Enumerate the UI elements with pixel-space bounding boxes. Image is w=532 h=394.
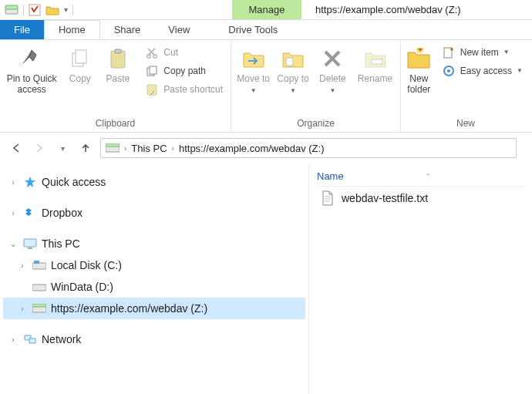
svg-point-7: [147, 55, 151, 59]
ribbon-group-clipboard: Pin to Quick access Copy Paste: [0, 40, 231, 132]
move-to-icon: [241, 46, 266, 71]
nav-recent-button[interactable]: ▾: [54, 140, 71, 157]
main-area: › Quick access › Dropbox ⌄ This PC › Loc…: [0, 163, 532, 394]
copy-to-label: Copy to: [277, 73, 308, 84]
title-bar: ▾ Manage https://example.com/webdav (Z:): [0, 0, 532, 20]
chevron-right-icon[interactable]: ›: [172, 144, 174, 153]
chevron-down-icon: ▼: [290, 87, 296, 94]
navigation-pane: › Quick access › Dropbox ⌄ This PC › Loc…: [0, 163, 308, 394]
twisty-empty: [17, 281, 28, 292]
tree-label: Dropbox: [42, 207, 82, 219]
tab-home[interactable]: Home: [44, 20, 100, 39]
chevron-down-icon[interactable]: ⌄: [8, 238, 19, 249]
pin-to-quick-access-button[interactable]: Pin to Quick access: [5, 43, 59, 97]
easy-access-button[interactable]: Easy access ▼: [439, 63, 526, 79]
tree-webdav-drive[interactable]: › https://example.com/webdav (Z:): [3, 298, 305, 319]
network-drive-icon: [32, 301, 46, 315]
chevron-right-icon[interactable]: ›: [124, 144, 126, 153]
group-label-new: New: [406, 116, 526, 132]
svg-rect-23: [34, 261, 39, 264]
tree-network[interactable]: › Network: [3, 328, 305, 350]
chevron-right-icon[interactable]: ›: [8, 207, 19, 218]
contextual-tab-manage[interactable]: Manage: [232, 0, 301, 19]
svg-rect-10: [150, 66, 157, 74]
new-folder-label: New folder: [406, 74, 433, 96]
crumb-this-pc[interactable]: This PC: [131, 143, 167, 154]
tab-drive-tools[interactable]: Drive Tools: [214, 20, 291, 39]
drive-icon: [5, 5, 19, 15]
network-icon: [23, 332, 37, 346]
tree-quick-access[interactable]: › Quick access: [3, 171, 305, 193]
chevron-down-icon: ▼: [251, 87, 257, 94]
tree-this-pc[interactable]: ⌄ This PC: [3, 233, 305, 254]
quick-access-toolbar: ▾: [0, 0, 78, 19]
new-folder-icon: [406, 46, 431, 71]
nav-back-button[interactable]: [8, 140, 25, 157]
qat-dropdown-icon[interactable]: ▾: [64, 5, 68, 14]
pc-icon: [23, 237, 37, 251]
nav-up-button[interactable]: [77, 140, 94, 157]
paste-label: Paste: [106, 74, 130, 85]
tab-file[interactable]: File: [0, 20, 44, 39]
sort-indicator-icon: ˆ: [427, 173, 429, 180]
new-item-icon: [442, 45, 456, 59]
qat-folder-icon[interactable]: [45, 5, 59, 15]
tree-local-disk[interactable]: › Local Disk (C:): [3, 254, 305, 276]
copy-to-icon: [281, 46, 305, 71]
svg-rect-12: [286, 58, 293, 66]
copy-path-icon: [145, 64, 159, 78]
rename-icon: [363, 46, 388, 71]
copy-button[interactable]: Copy: [63, 43, 96, 86]
copy-icon: [68, 46, 93, 71]
file-row[interactable]: webdav-testfile.txt: [317, 187, 524, 210]
new-folder-button[interactable]: New folder: [406, 43, 433, 97]
tab-share[interactable]: Share: [100, 20, 155, 39]
column-header-name[interactable]: Name ˆ: [317, 167, 524, 187]
svg-rect-4: [76, 50, 86, 63]
pin-icon: [19, 46, 44, 71]
tab-view[interactable]: View: [154, 20, 204, 39]
new-item-button[interactable]: New item ▼: [439, 45, 526, 60]
ribbon: Pin to Quick access Copy Paste: [0, 40, 532, 133]
column-label: Name: [317, 170, 344, 182]
tree-label: Local Disk (C:): [51, 259, 122, 271]
tree-label: Network: [42, 333, 81, 345]
tree-windata[interactable]: WinData (D:): [3, 276, 305, 298]
delete-label: Delete: [319, 73, 346, 84]
svg-rect-26: [32, 304, 46, 307]
nav-forward-button[interactable]: [31, 140, 48, 157]
svg-rect-1: [5, 5, 18, 9]
move-to-label: Move to: [237, 73, 270, 84]
chevron-down-icon: ▼: [329, 87, 335, 94]
move-to-button[interactable]: Move to ▼: [236, 43, 271, 97]
copy-to-button[interactable]: Copy to ▼: [275, 43, 310, 97]
cut-button[interactable]: Cut: [142, 45, 226, 60]
tree-label: This PC: [42, 237, 80, 250]
disk-icon: [32, 258, 46, 272]
chevron-right-icon[interactable]: ›: [8, 334, 19, 345]
easy-access-icon: [442, 64, 456, 78]
title-spacer: [78, 0, 232, 19]
breadcrumb[interactable]: › This PC › https://example.com/webdav (…: [100, 138, 517, 158]
disk-icon: [32, 280, 46, 294]
qat-separator: [23, 5, 24, 15]
cut-icon: [145, 45, 159, 59]
rename-button[interactable]: Rename: [355, 43, 396, 86]
paste-shortcut-button[interactable]: Paste shortcut: [142, 82, 226, 97]
delete-button[interactable]: Delete▼: [315, 43, 350, 97]
copy-path-button[interactable]: Copy path: [142, 63, 226, 79]
chevron-right-icon[interactable]: ›: [17, 303, 28, 314]
drive-icon: [106, 143, 120, 153]
ribbon-group-new: New folder New item ▼ Easy access ▼: [401, 40, 530, 132]
crumb-current[interactable]: https://example.com/webdav (Z:): [179, 143, 325, 154]
easy-access-label: Easy access: [460, 66, 512, 76]
chevron-right-icon[interactable]: ›: [8, 177, 19, 187]
qat-properties-icon[interactable]: [29, 4, 41, 16]
svg-rect-13: [372, 59, 382, 64]
svg-rect-19: [106, 143, 120, 146]
tree-dropbox[interactable]: › Dropbox: [3, 202, 305, 224]
address-bar: ▾ › This PC › https://example.com/webdav…: [0, 133, 532, 163]
svg-point-8: [153, 55, 157, 59]
paste-button[interactable]: Paste: [101, 43, 134, 86]
chevron-right-icon[interactable]: ›: [17, 260, 28, 271]
